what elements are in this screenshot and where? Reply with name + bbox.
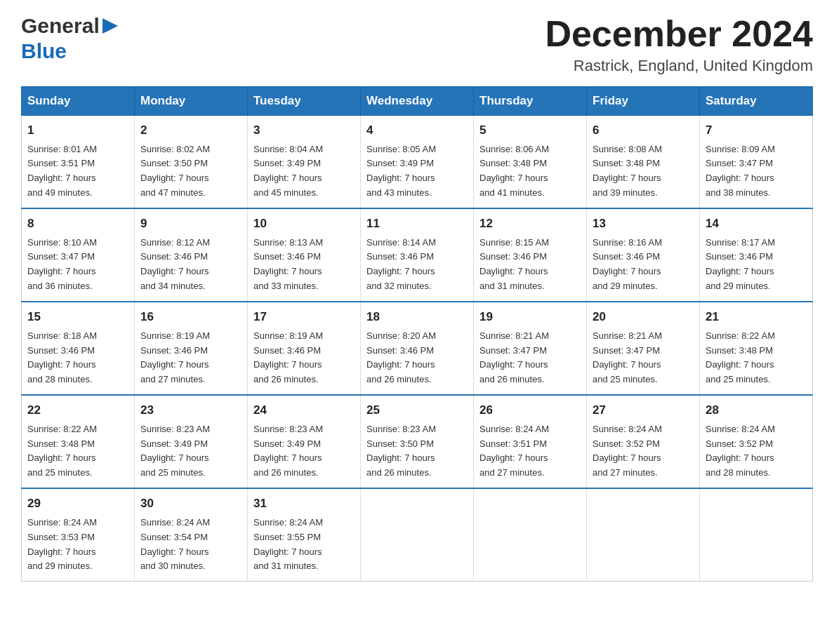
- day-number: 8: [27, 215, 128, 233]
- table-row: 16Sunrise: 8:19 AMSunset: 3:46 PMDayligh…: [135, 302, 248, 395]
- table-row: 8Sunrise: 8:10 AMSunset: 3:47 PMDaylight…: [22, 208, 135, 302]
- col-thursday: Thursday: [474, 87, 587, 116]
- table-row: [700, 488, 813, 582]
- col-saturday: Saturday: [700, 87, 813, 116]
- day-number: 24: [253, 401, 355, 420]
- day-number: 25: [366, 401, 468, 420]
- col-tuesday: Tuesday: [248, 87, 361, 116]
- day-number: 21: [706, 308, 807, 326]
- day-number: 6: [593, 121, 694, 140]
- day-info: Sunrise: 8:19 AMSunset: 3:46 PMDaylight:…: [253, 330, 323, 385]
- day-info: Sunrise: 8:24 AMSunset: 3:53 PMDaylight:…: [27, 517, 97, 572]
- day-number: 29: [27, 495, 128, 513]
- table-row: [474, 488, 587, 582]
- day-number: 12: [479, 215, 581, 233]
- day-number: 11: [366, 215, 468, 233]
- title-section: December 2024 Rastrick, England, United …: [545, 14, 813, 75]
- svg-marker-0: [102, 18, 118, 34]
- table-row: 7Sunrise: 8:09 AMSunset: 3:47 PMDaylight…: [700, 116, 813, 209]
- day-number: 9: [140, 215, 241, 233]
- day-info: Sunrise: 8:08 AMSunset: 3:48 PMDaylight:…: [593, 144, 662, 199]
- day-info: Sunrise: 8:21 AMSunset: 3:47 PMDaylight:…: [593, 330, 662, 385]
- day-number: 30: [140, 495, 241, 513]
- table-row: 18Sunrise: 8:20 AMSunset: 3:46 PMDayligh…: [361, 302, 474, 395]
- table-row: 5Sunrise: 8:06 AMSunset: 3:48 PMDaylight…: [474, 116, 587, 209]
- day-number: 26: [479, 401, 581, 420]
- day-number: 14: [706, 215, 807, 233]
- day-info: Sunrise: 8:24 AMSunset: 3:55 PMDaylight:…: [253, 517, 323, 572]
- day-number: 23: [140, 401, 241, 420]
- day-number: 16: [140, 308, 241, 326]
- day-info: Sunrise: 8:23 AMSunset: 3:49 PMDaylight:…: [140, 424, 210, 478]
- day-number: 4: [366, 121, 468, 140]
- table-row: 1Sunrise: 8:01 AMSunset: 3:51 PMDaylight…: [22, 116, 135, 209]
- day-info: Sunrise: 8:24 AMSunset: 3:52 PMDaylight:…: [706, 424, 775, 478]
- day-info: Sunrise: 8:01 AMSunset: 3:51 PMDaylight:…: [27, 144, 97, 199]
- day-info: Sunrise: 8:24 AMSunset: 3:54 PMDaylight:…: [140, 517, 210, 572]
- location-subtitle: Rastrick, England, United Kingdom: [545, 57, 813, 75]
- col-sunday: Sunday: [22, 87, 135, 116]
- table-row: 27Sunrise: 8:24 AMSunset: 3:52 PMDayligh…: [587, 395, 700, 488]
- day-info: Sunrise: 8:20 AMSunset: 3:46 PMDaylight:…: [366, 330, 436, 385]
- table-row: 22Sunrise: 8:22 AMSunset: 3:48 PMDayligh…: [22, 395, 135, 488]
- table-row: 24Sunrise: 8:23 AMSunset: 3:49 PMDayligh…: [248, 395, 361, 488]
- table-row: 14Sunrise: 8:17 AMSunset: 3:46 PMDayligh…: [700, 208, 813, 302]
- calendar-week-row: 8Sunrise: 8:10 AMSunset: 3:47 PMDaylight…: [22, 208, 813, 302]
- day-number: 7: [706, 121, 807, 140]
- day-info: Sunrise: 8:06 AMSunset: 3:48 PMDaylight:…: [479, 144, 549, 199]
- day-number: 31: [253, 495, 355, 513]
- col-wednesday: Wednesday: [361, 87, 474, 116]
- table-row: 29Sunrise: 8:24 AMSunset: 3:53 PMDayligh…: [22, 488, 135, 582]
- logo-triangle-icon: [102, 18, 118, 36]
- day-info: Sunrise: 8:23 AMSunset: 3:49 PMDaylight:…: [253, 424, 323, 478]
- day-number: 2: [140, 121, 241, 140]
- table-row: 9Sunrise: 8:12 AMSunset: 3:46 PMDaylight…: [135, 208, 248, 302]
- month-title: December 2024: [545, 14, 813, 54]
- table-row: 13Sunrise: 8:16 AMSunset: 3:46 PMDayligh…: [587, 208, 700, 302]
- table-row: 10Sunrise: 8:13 AMSunset: 3:46 PMDayligh…: [248, 208, 361, 302]
- day-number: 1: [27, 121, 128, 140]
- table-row: [587, 488, 700, 582]
- calendar-week-row: 1Sunrise: 8:01 AMSunset: 3:51 PMDaylight…: [22, 116, 813, 209]
- day-number: 19: [479, 308, 581, 326]
- day-number: 27: [593, 401, 694, 420]
- table-row: 17Sunrise: 8:19 AMSunset: 3:46 PMDayligh…: [248, 302, 361, 395]
- day-info: Sunrise: 8:22 AMSunset: 3:48 PMDaylight:…: [27, 424, 97, 478]
- day-number: 28: [706, 401, 807, 420]
- table-row: 2Sunrise: 8:02 AMSunset: 3:50 PMDaylight…: [135, 116, 248, 209]
- table-row: 28Sunrise: 8:24 AMSunset: 3:52 PMDayligh…: [700, 395, 813, 488]
- day-number: 22: [27, 401, 128, 420]
- day-info: Sunrise: 8:15 AMSunset: 3:46 PMDaylight:…: [479, 237, 549, 292]
- day-info: Sunrise: 8:12 AMSunset: 3:46 PMDaylight:…: [140, 237, 210, 292]
- day-number: 15: [27, 308, 128, 326]
- day-number: 13: [593, 215, 694, 233]
- day-info: Sunrise: 8:22 AMSunset: 3:48 PMDaylight:…: [706, 330, 775, 385]
- day-info: Sunrise: 8:02 AMSunset: 3:50 PMDaylight:…: [140, 144, 210, 199]
- logo: General Blue: [21, 14, 118, 63]
- day-number: 18: [366, 308, 468, 326]
- day-info: Sunrise: 8:24 AMSunset: 3:52 PMDaylight:…: [593, 424, 662, 478]
- calendar-week-row: 15Sunrise: 8:18 AMSunset: 3:46 PMDayligh…: [22, 302, 813, 395]
- table-row: 3Sunrise: 8:04 AMSunset: 3:49 PMDaylight…: [248, 116, 361, 209]
- table-row: 12Sunrise: 8:15 AMSunset: 3:46 PMDayligh…: [474, 208, 587, 302]
- logo-general-text: General: [21, 14, 100, 38]
- table-row: 31Sunrise: 8:24 AMSunset: 3:55 PMDayligh…: [248, 488, 361, 582]
- calendar-header-row: Sunday Monday Tuesday Wednesday Thursday…: [22, 87, 813, 116]
- table-row: 15Sunrise: 8:18 AMSunset: 3:46 PMDayligh…: [22, 302, 135, 395]
- day-info: Sunrise: 8:09 AMSunset: 3:47 PMDaylight:…: [706, 144, 775, 199]
- day-info: Sunrise: 8:16 AMSunset: 3:46 PMDaylight:…: [593, 237, 662, 292]
- day-info: Sunrise: 8:21 AMSunset: 3:47 PMDaylight:…: [479, 330, 549, 385]
- day-number: 5: [479, 121, 581, 140]
- table-row: 25Sunrise: 8:23 AMSunset: 3:50 PMDayligh…: [361, 395, 474, 488]
- page-header: General Blue December 2024 Rastrick, Eng…: [21, 14, 813, 75]
- day-info: Sunrise: 8:23 AMSunset: 3:50 PMDaylight:…: [366, 424, 436, 478]
- day-info: Sunrise: 8:24 AMSunset: 3:51 PMDaylight:…: [479, 424, 549, 478]
- day-info: Sunrise: 8:05 AMSunset: 3:49 PMDaylight:…: [366, 144, 436, 199]
- calendar-week-row: 29Sunrise: 8:24 AMSunset: 3:53 PMDayligh…: [22, 488, 813, 582]
- table-row: 30Sunrise: 8:24 AMSunset: 3:54 PMDayligh…: [135, 488, 248, 582]
- day-info: Sunrise: 8:14 AMSunset: 3:46 PMDaylight:…: [366, 237, 436, 292]
- table-row: 4Sunrise: 8:05 AMSunset: 3:49 PMDaylight…: [361, 116, 474, 209]
- day-number: 3: [253, 121, 355, 140]
- day-info: Sunrise: 8:10 AMSunset: 3:47 PMDaylight:…: [27, 237, 97, 292]
- table-row: 19Sunrise: 8:21 AMSunset: 3:47 PMDayligh…: [474, 302, 587, 395]
